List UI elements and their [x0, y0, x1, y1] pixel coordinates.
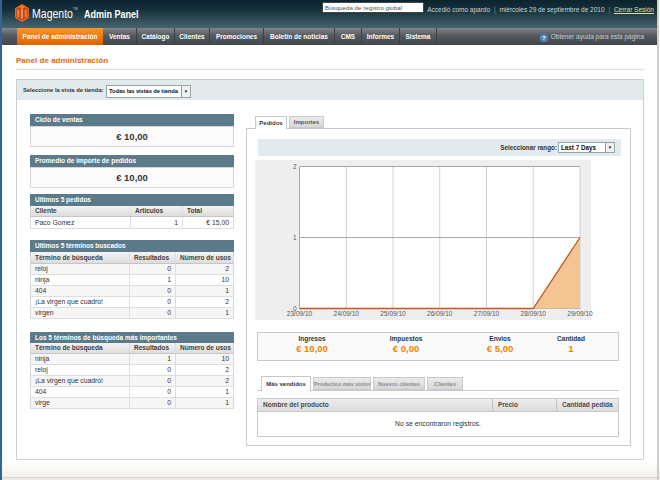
svg-text:24/09/10: 24/09/10	[334, 310, 360, 317]
svg-text:29/09/10: 29/09/10	[567, 310, 593, 317]
svg-text:27/09/10: 27/09/10	[474, 310, 500, 317]
svg-text:2: 2	[293, 163, 297, 170]
svg-text:28/09/10: 28/09/10	[521, 310, 547, 317]
svg-text:23/09/10: 23/09/10	[287, 310, 313, 317]
svg-text:1: 1	[293, 234, 297, 241]
svg-text:26/09/10: 26/09/10	[427, 310, 453, 317]
svg-text:25/09/10: 25/09/10	[380, 310, 406, 317]
